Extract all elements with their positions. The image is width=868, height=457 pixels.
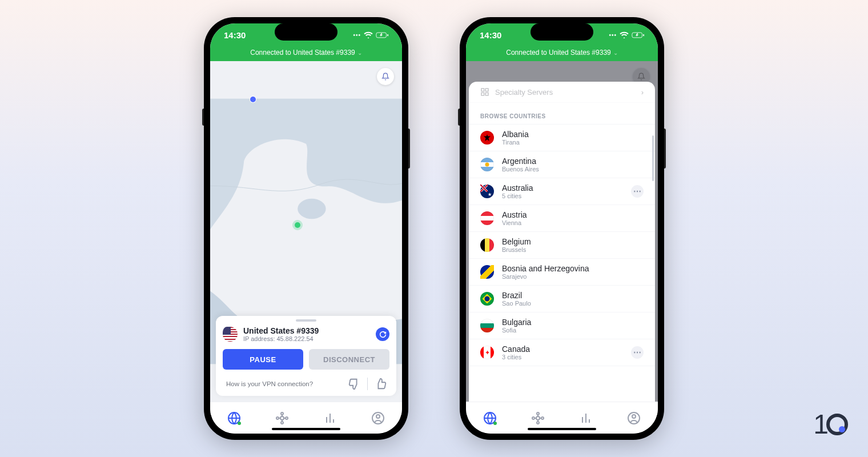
svg-point-20 <box>541 417 544 419</box>
battery-icon <box>632 32 644 38</box>
country-name: Belgium <box>502 237 531 246</box>
tab-profile[interactable] <box>626 410 642 426</box>
feedback-question: How is your VPN connection? <box>226 380 341 387</box>
specialty-label: Specialty Servers <box>495 88 553 97</box>
stats-icon <box>323 411 337 425</box>
country-row[interactable]: ArgentinaBuenos Aires <box>469 151 655 178</box>
flag-icon <box>480 346 494 359</box>
svg-point-6 <box>286 417 288 419</box>
country-row[interactable]: Australia5 cities⋯ <box>469 178 655 205</box>
thumbs-down-button[interactable] <box>348 378 360 390</box>
bell-icon <box>637 73 645 81</box>
country-name: Argentina <box>502 157 539 166</box>
scrollbar[interactable] <box>652 135 654 181</box>
tab-map[interactable] <box>482 410 498 426</box>
chevron-down-icon: ⌄ <box>613 50 618 56</box>
country-row[interactable]: Canada3 cities⋯ <box>469 339 655 366</box>
svg-point-10 <box>376 415 380 418</box>
pause-button[interactable]: PAUSE <box>223 349 303 370</box>
country-subtitle: Vienna <box>502 219 527 226</box>
notifications-button[interactable] <box>377 68 394 85</box>
disconnect-button[interactable]: DISCONNECT <box>309 349 389 370</box>
tab-mesh[interactable] <box>530 410 546 426</box>
flag-icon <box>480 265 494 279</box>
status-time: 14:30 <box>480 30 501 40</box>
svg-rect-13 <box>481 89 484 91</box>
phone-left: 14:30 ••• Connected to United States #93… <box>204 17 408 440</box>
country-row[interactable]: BrazilSao Paulo <box>469 286 655 312</box>
dots-icon: ••• <box>609 32 617 38</box>
divider <box>367 378 368 390</box>
button-row: PAUSE DISCONNECT <box>223 349 389 370</box>
country-row[interactable]: AlbaniaTirana <box>469 124 655 151</box>
dots-icon: ••• <box>353 32 361 38</box>
profile-icon <box>371 411 385 425</box>
connection-header[interactable]: Connected to United States #9339⌄ <box>466 46 658 61</box>
country-row[interactable]: Bosnia and HerzegovinaSarajevo <box>469 259 655 286</box>
country-subtitle: Brussels <box>502 246 531 253</box>
more-button[interactable]: ⋯ <box>631 346 644 359</box>
map-view-dimmed: Specialty Servers › BROWSE COUNTRIES Alb… <box>466 61 658 402</box>
phone-right: 14:30 ••• Connected to United States #93… <box>460 17 664 440</box>
chevron-right-icon: › <box>641 88 644 97</box>
drag-handle[interactable] <box>296 319 316 322</box>
tab-map[interactable] <box>226 410 242 426</box>
svg-rect-12 <box>643 34 644 36</box>
connection-status-text: Connected to United States #9339 <box>250 49 355 57</box>
svg-point-4 <box>280 416 284 420</box>
svg-point-22 <box>537 422 539 424</box>
refresh-button[interactable] <box>376 327 389 341</box>
notch <box>531 23 593 41</box>
mesh-icon <box>275 411 289 425</box>
tab-profile[interactable] <box>370 410 386 426</box>
stats-icon <box>579 411 593 425</box>
home-indicator[interactable] <box>272 428 340 430</box>
map-pin-secondary[interactable] <box>250 97 256 102</box>
status-time: 14:30 <box>224 30 246 40</box>
status-indicators: ••• <box>353 31 388 38</box>
connection-status-text: Connected to United States #9339 <box>506 49 610 57</box>
server-row[interactable]: United States #9339 IP address: 45.88.22… <box>223 326 389 342</box>
country-list[interactable]: AlbaniaTiranaArgentinaBuenos AiresAustra… <box>469 124 655 366</box>
country-row[interactable]: AustriaVienna <box>469 205 655 232</box>
chevron-down-icon: ⌄ <box>357 50 362 56</box>
country-name: Austria <box>502 210 527 219</box>
svg-point-8 <box>281 422 283 424</box>
country-name: Bosnia and Herzegovina <box>502 264 589 273</box>
globe-icon <box>227 411 241 425</box>
connection-card: United States #9339 IP address: 45.88.22… <box>216 316 396 396</box>
svg-point-5 <box>276 417 279 419</box>
map-pin-current[interactable] <box>295 222 300 228</box>
connection-header[interactable]: Connected to United States #9339⌄ <box>210 46 402 61</box>
tab-mesh[interactable] <box>274 410 290 426</box>
svg-rect-1 <box>387 34 388 36</box>
flag-icon <box>480 319 494 332</box>
tab-stats[interactable] <box>322 410 338 426</box>
flag-icon <box>480 185 494 198</box>
country-subtitle: 3 cities <box>502 354 530 360</box>
more-button[interactable]: ⋯ <box>631 185 644 198</box>
flag-icon <box>480 211 494 225</box>
country-name: Albania <box>502 130 529 139</box>
specialty-servers-row[interactable]: Specialty Servers › <box>469 82 655 103</box>
flag-icon <box>480 158 494 171</box>
flag-icon <box>480 131 494 145</box>
refresh-icon <box>379 331 387 338</box>
home-indicator[interactable] <box>528 428 596 430</box>
brand-o-icon <box>826 414 848 435</box>
screen-left: 14:30 ••• Connected to United States #93… <box>210 23 402 434</box>
thumbs-up-button[interactable] <box>375 378 387 390</box>
map-view[interactable]: United States #9339 IP address: 45.88.22… <box>210 61 402 402</box>
tab-stats[interactable] <box>578 410 594 426</box>
country-name: Brazil <box>502 291 531 300</box>
country-row[interactable]: BelgiumBrussels <box>469 232 655 259</box>
svg-point-7 <box>281 412 283 415</box>
feedback-row: How is your VPN connection? <box>223 376 389 391</box>
us-flag-icon <box>223 327 238 342</box>
country-sheet: Specialty Servers › BROWSE COUNTRIES Alb… <box>469 82 655 402</box>
mesh-icon <box>531 411 545 425</box>
country-name: Australia <box>502 183 533 193</box>
country-row[interactable]: BulgariaSofia <box>469 312 655 339</box>
country-subtitle: Sarajevo <box>502 273 589 280</box>
country-subtitle: Tirana <box>502 139 529 146</box>
